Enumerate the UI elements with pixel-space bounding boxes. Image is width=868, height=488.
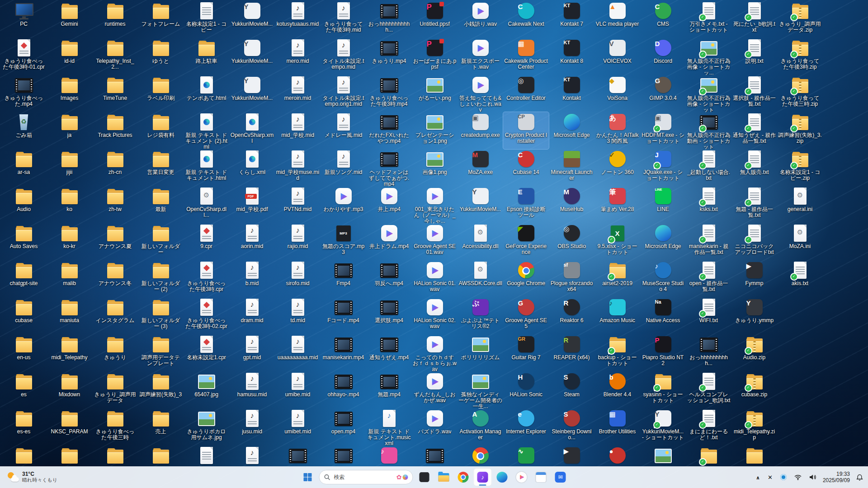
desktop-icon[interactable]: ♪kotusytuaaus.mid: [275, 1, 321, 38]
desktop-icon[interactable]: SSteam: [549, 371, 594, 408]
desktop-icon[interactable]: NaNative Access: [640, 297, 686, 334]
desktop-icon[interactable]: YYukkuriMovieM...: [229, 1, 275, 38]
desktop-icon[interactable]: KTKontakt 7: [549, 1, 594, 38]
desktop-icon[interactable]: 名称未設定1 - コピー: [184, 1, 229, 38]
desktop-icon[interactable]: ✓WIFI.txt: [686, 297, 731, 334]
desktop-icon[interactable]: ↗✓無人販売不正行為画像 - ショートカット: [686, 75, 731, 112]
desktop-icon[interactable]: ◎OBS Studio: [549, 223, 594, 260]
desktop-icon[interactable]: ✓open - 親作品一覧.txt: [686, 260, 731, 297]
desktop-icon[interactable]: LINELINE: [640, 186, 686, 223]
desktop-icon[interactable]: PUntitled.ppsf: [412, 1, 458, 38]
desktop-icon[interactable]: jijii: [47, 149, 92, 186]
desktop-icon[interactable]: ♪dram.mid: [229, 297, 275, 334]
desktop-icon[interactable]: 調声練習(失敗)_3: [138, 371, 184, 408]
desktop-icon[interactable]: ♪: [229, 446, 275, 466]
desktop-icon[interactable]: malib: [47, 260, 92, 297]
desktop-icon[interactable]: Track Pictures: [92, 112, 138, 149]
desktop-icon[interactable]: 営業日変更: [138, 149, 184, 186]
desktop-icon[interactable]: Auto Saves: [1, 223, 47, 260]
desktop-icon[interactable]: ♻ごみ箱: [1, 112, 47, 149]
desktop-icon[interactable]: テンポあて.html: [184, 75, 229, 112]
desktop-icon[interactable]: ↗✓syasinn - ショートカット: [640, 371, 686, 408]
desktop-icon[interactable]: chatgpt-site: [1, 260, 47, 297]
desktop-icon[interactable]: 井上.mp4: [366, 186, 412, 223]
desktop-icon[interactable]: ◆VoiSona: [594, 75, 640, 112]
desktop-icon[interactable]: ✓きゅうり食ってた午後三時.zip: [777, 75, 823, 112]
desktop-icon[interactable]: きゅうり食べった午後三時: [92, 408, 138, 446]
desktop-icon[interactable]: 65407.jpg: [184, 371, 229, 408]
desktop-icon[interactable]: KTKontakt 8: [549, 38, 594, 75]
desktop-icon[interactable]: ♪mid_学校muse.mid: [275, 149, 321, 186]
desktop-icon[interactable]: ♪jusu.mid: [229, 408, 275, 446]
start-button[interactable]: [299, 468, 317, 486]
desktop-icon[interactable]: だれたFXいれたやつ.mp4: [366, 112, 412, 149]
desktop-icon[interactable]: ▦Brother Utilities: [594, 408, 640, 446]
desktop-icon[interactable]: きゅうり食べった午後3時-02.cpr: [184, 297, 229, 334]
desktop-icon[interactable]: わかりやす.mp3: [321, 186, 366, 223]
tray-clock[interactable]: 19:33 2025/09/09: [823, 471, 850, 483]
desktop-icon[interactable]: runtimes: [92, 1, 138, 38]
desktop-icon[interactable]: 小銭語り.wav: [458, 1, 503, 38]
desktop-icon[interactable]: ja: [47, 112, 92, 149]
desktop-icon[interactable]: KTKontakt: [549, 75, 594, 112]
desktop-icon[interactable]: 新規 テキスト ドキュメント.html: [184, 149, 229, 186]
desktop-icon[interactable]: ♪meroin.mid: [275, 75, 321, 112]
desktop-icon[interactable]: おっhhhhhhhhhhh...: [366, 1, 412, 38]
desktop-icon[interactable]: 新しいフォルダー (2): [138, 260, 184, 297]
desktop-icon[interactable]: きゅうり食べった午後3時-01.cpr: [1, 38, 47, 75]
desktop-icon[interactable]: GRGuitar Rig 7: [503, 334, 549, 371]
desktop-icon[interactable]: ↗✓無人販売不正行為動画 - ショートカット: [686, 112, 731, 149]
desktop-icon[interactable]: [458, 446, 503, 466]
desktop-icon[interactable]: ✓cubase.zip: [731, 371, 777, 408]
desktop-icon[interactable]: midi_Telepathy: [47, 334, 92, 371]
desktop-icon[interactable]: ✓通知うぜえ - 親作品一覧.txt: [731, 112, 777, 149]
desktop-icon[interactable]: ✓きゅうり食ってた午後3時.zip: [777, 38, 823, 75]
volume-icon[interactable]: [808, 473, 818, 482]
desktop-icon[interactable]: CPCrypton Product Installer: [503, 112, 549, 149]
desktop-icon[interactable]: [1, 446, 47, 466]
desktop-icon[interactable]: 通知うぜえ.mp4: [366, 334, 412, 371]
desktop-icon[interactable]: ✓ノートン 360: [594, 149, 640, 186]
desktop-icon[interactable]: Mixdown: [47, 371, 92, 408]
desktop-icon[interactable]: ✓midi_Telepathy.zip: [731, 408, 777, 446]
desktop-icon[interactable]: くらし.xml: [229, 149, 275, 186]
desktop-icon[interactable]: EEpson 接続診断ツール: [503, 186, 549, 223]
desktop-icon[interactable]: YYukkuriMovieM...: [458, 186, 503, 223]
desktop-icon[interactable]: HHALion Sonic: [503, 371, 549, 408]
desktop-icon[interactable]: TimeTune: [92, 75, 138, 112]
desktop-icon[interactable]: ✓きゅうり_調声用データ.zip: [777, 1, 823, 38]
desktop-icon[interactable]: ↗✓万引きメモ.txt - ショートカット: [686, 1, 731, 38]
desktop-icon[interactable]: ar-sa: [1, 149, 47, 186]
desktop-icon[interactable]: 答え知ってても&しょいわこれ.wav: [458, 75, 503, 112]
desktop-icon[interactable]: 名称未設定1.cpr: [184, 334, 229, 371]
desktop-icon[interactable]: MMoZA.exe: [458, 149, 503, 186]
desktop-icon[interactable]: Pおーばーまにあ.ppsf: [412, 38, 458, 75]
desktop-icon[interactable]: 新規 テキスト ドキュメント (2).html: [184, 112, 229, 149]
desktop-icon[interactable]: ⚙MoZA.ini: [777, 223, 823, 260]
desktop-icon[interactable]: 最新: [138, 186, 184, 223]
desktop-icon[interactable]: X↗✓9.5.xlsx - ショートカット: [594, 223, 640, 260]
desktop-icon[interactable]: 新しいフォルダー (3): [138, 297, 184, 334]
desktop-icon[interactable]: sfPlogue sforzando x64: [549, 260, 594, 297]
desktop-icon[interactable]: Groove Agent SE 01.wav: [412, 223, 458, 260]
media-player-icon[interactable]: [513, 468, 531, 486]
desktop-icon[interactable]: Y↗✓YukkuriMovieM... - ショートカット: [640, 408, 686, 446]
desktop-icon[interactable]: きゅうり.mp4: [366, 38, 412, 75]
desktop-icon[interactable]: がるーい.png: [412, 75, 458, 112]
desktop-icon[interactable]: PC: [1, 1, 47, 38]
desktop-icon[interactable]: YYukkuriMovieM...: [229, 75, 275, 112]
app-blue-icon[interactable]: ✉: [552, 468, 570, 486]
notepad-icon[interactable]: [532, 468, 550, 486]
desktop-icon[interactable]: maniuta: [47, 297, 92, 334]
desktop-icon[interactable]: Google Chrome: [503, 260, 549, 297]
file-explorer-icon[interactable]: [435, 468, 453, 486]
desktop-icon[interactable]: eInternet Explorer: [503, 408, 549, 446]
desktop-icon[interactable]: GGroove Agent SE 5: [503, 297, 549, 334]
desktop-icon[interactable]: アナウンス夏: [92, 223, 138, 260]
desktop-icon[interactable]: [184, 446, 229, 466]
desktop-icon[interactable]: ko: [47, 186, 92, 223]
active-app-icon[interactable]: ♪: [474, 468, 492, 486]
desktop-icon[interactable]: [275, 446, 321, 466]
desktop-icon[interactable]: Fmp4: [321, 260, 366, 297]
desktop-icon[interactable]: zh-tw: [92, 186, 138, 223]
